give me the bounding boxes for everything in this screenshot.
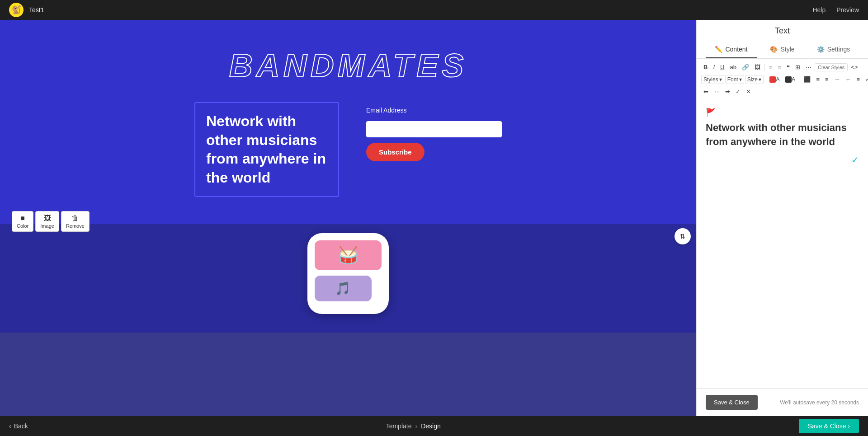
panel-footer: Save & Close We'll autosave every 20 sec… xyxy=(697,388,868,416)
preview-link[interactable]: Preview xyxy=(836,6,859,14)
panel-title: Text xyxy=(706,26,859,36)
align-right2-button[interactable]: ➡ xyxy=(723,87,732,96)
size-label: Size xyxy=(747,76,758,83)
help-link[interactable]: Help xyxy=(812,6,826,14)
hero-content: Network with other musicians from anywhe… xyxy=(0,102,696,197)
separator-1 xyxy=(764,64,765,71)
tab-style-label: Style xyxy=(780,46,794,53)
chat-bubble-1: 🥁 xyxy=(315,240,382,270)
phone-mockup: 🥁 🎵 xyxy=(307,233,389,314)
email-label: Email Address xyxy=(366,107,502,114)
save-close-button[interactable]: Save & Close xyxy=(706,395,758,410)
tab-settings[interactable]: ⚙️ Settings xyxy=(808,41,859,58)
drum-icon: 🥁 xyxy=(338,246,359,265)
page-title: Test1 xyxy=(29,6,44,14)
trash-icon: 🗑 xyxy=(71,214,79,222)
font-chevron: ▾ xyxy=(739,76,742,83)
color-button[interactable]: ■ Color xyxy=(12,211,33,232)
edit-icon: ✏️ xyxy=(715,46,722,53)
top-bar-left: 🐒 Test1 xyxy=(9,3,44,17)
more-button[interactable]: ⋯ xyxy=(803,62,814,72)
hero-title: BANDMATES xyxy=(0,38,696,102)
hero-section: BANDMATES Network with other musicians f… xyxy=(0,20,696,224)
toolbar-row-3: ⬅ ↔ ➡ ✓ ✕ xyxy=(701,87,863,96)
breadcrumb-template: Template xyxy=(386,422,412,430)
align-center2-button[interactable]: ↔ xyxy=(712,87,722,96)
gear-icon: ⚙️ xyxy=(817,46,825,53)
align-center-button[interactable]: ≡ xyxy=(814,75,822,84)
clear-styles-button[interactable]: Clear Styles xyxy=(815,63,848,71)
bg-color-button[interactable]: A xyxy=(783,75,798,84)
blockquote-button[interactable]: ❝ xyxy=(784,62,792,72)
image-button[interactable]: 🖼 Image xyxy=(35,211,59,232)
editor-toolbar: B I U ab 🔗 🖼 ≡ ≡ ❝ ⊞ ⋯ Clear Styles <> S… xyxy=(697,59,868,100)
font-dropdown[interactable]: Font ▾ xyxy=(725,75,744,84)
bottom-bar: ‹ Back Template › Design Save & Close › xyxy=(0,416,868,436)
breadcrumb-design: Design xyxy=(421,422,441,430)
back-arrow-icon: ‹ xyxy=(9,422,11,430)
top-bar: 🐒 Test1 Help Preview xyxy=(0,0,868,20)
breadcrumb: Template › Design xyxy=(386,422,441,430)
color-label: Color xyxy=(17,223,28,229)
align-right-button[interactable]: ≡ xyxy=(823,75,831,84)
editor-content: 🚩 Network with other musicians from anyw… xyxy=(697,100,868,388)
logo-icon: 🐒 xyxy=(11,5,21,15)
source-button[interactable]: <> xyxy=(849,62,860,72)
tab-settings-label: Settings xyxy=(827,46,850,53)
right-panel: Text ✏️ Content 🎨 Style ⚙️ Settings B xyxy=(696,20,868,416)
email-input[interactable] xyxy=(366,121,502,137)
panel-header: Text ✏️ Content 🎨 Style ⚙️ Settings xyxy=(697,20,868,59)
align-left-button[interactable]: ⬛ xyxy=(801,75,813,84)
x2-button[interactable]: ✕ xyxy=(744,87,753,96)
bg-color-swatch xyxy=(785,76,792,83)
scroll-button[interactable]: ⇅ xyxy=(675,228,691,244)
link-button[interactable]: 🔗 xyxy=(740,62,751,72)
phone-section: 🥁 🎵 xyxy=(0,224,696,333)
back-nav[interactable]: ‹ Back xyxy=(9,422,28,430)
italic-button[interactable]: I xyxy=(711,62,717,72)
font-label: Font xyxy=(727,76,738,83)
image-icon: 🖼 xyxy=(44,214,51,222)
editor-text[interactable]: Network with other musicians from anywhe… xyxy=(706,121,859,149)
hero-text-box[interactable]: Network with other musicians from anywhe… xyxy=(194,102,339,197)
text-color-swatch xyxy=(769,76,776,83)
list-button[interactable]: ≡ xyxy=(854,75,863,84)
check-button[interactable]: ✓ xyxy=(863,75,868,84)
check2-button[interactable]: ✓ xyxy=(733,87,743,96)
hero-text: Network with other musicians from anywhe… xyxy=(206,112,327,187)
canvas-toolbar: ■ Color 🖼 Image 🗑 Remove xyxy=(5,207,97,235)
bottom-bar-right: Save & Close › xyxy=(799,419,859,433)
mailchimp-logo: 🐒 xyxy=(9,3,24,17)
outdent-button[interactable]: ← xyxy=(843,75,854,84)
save-close-bottom-label: Save & Close › xyxy=(808,422,850,430)
styles-label: Styles xyxy=(703,76,718,83)
align-left2-button[interactable]: ⬅ xyxy=(701,87,711,96)
save-close-bottom-button[interactable]: Save & Close › xyxy=(799,419,859,433)
size-dropdown[interactable]: Size ▾ xyxy=(745,75,764,84)
hero-form: Email Address Subscribe xyxy=(366,102,502,161)
subscribe-button[interactable]: Subscribe xyxy=(366,143,425,161)
size-chevron: ▾ xyxy=(759,76,761,83)
canvas-area: BANDMATES Network with other musicians f… xyxy=(0,20,696,416)
styles-dropdown[interactable]: Styles ▾ xyxy=(701,75,724,84)
text-color-button[interactable]: A xyxy=(767,75,782,84)
remove-button[interactable]: 🗑 Remove xyxy=(61,211,90,232)
chat-bubble-2: 🎵 xyxy=(315,276,372,301)
image-label: Image xyxy=(40,223,54,229)
back-label: Back xyxy=(14,422,28,430)
table-button[interactable]: ⊞ xyxy=(793,62,802,72)
blue-check-icon: ✓ xyxy=(851,155,859,165)
bold-button[interactable]: B xyxy=(701,62,710,72)
underline-button[interactable]: U xyxy=(718,62,726,72)
image-toolbar-button[interactable]: 🖼 xyxy=(752,62,763,72)
main-layout: BANDMATES Network with other musicians f… xyxy=(0,20,868,416)
tab-content[interactable]: ✏️ Content xyxy=(706,41,757,58)
ol-button[interactable]: ≡ xyxy=(767,62,775,72)
flute-icon: 🎵 xyxy=(335,281,351,296)
tab-style[interactable]: 🎨 Style xyxy=(757,41,808,58)
panel-tabs: ✏️ Content 🎨 Style ⚙️ Settings xyxy=(706,41,859,58)
indent-button[interactable]: → xyxy=(832,75,842,84)
ul-button[interactable]: ≡ xyxy=(775,62,783,72)
remove-label: Remove xyxy=(66,223,85,229)
strikethrough-button[interactable]: ab xyxy=(727,62,738,72)
